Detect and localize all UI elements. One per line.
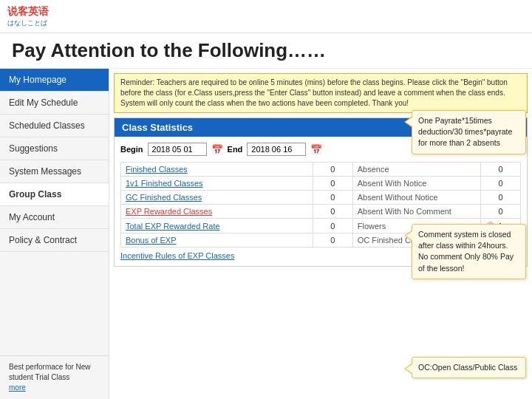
absent-no-comment-value: 0 bbox=[480, 205, 520, 219]
sidebar: My Homepage Edit My Schedule Scheduled C… bbox=[0, 69, 109, 399]
header: 说客英语 はなしことば bbox=[0, 0, 532, 33]
logo-sub: はなしことば bbox=[7, 18, 49, 28]
total-exp-rate-label[interactable]: Total EXP Rewarded Rate bbox=[121, 219, 313, 233]
absence-value: 0 bbox=[480, 163, 520, 177]
callout-payrate: One Payrate*15times deduction/30 times*p… bbox=[412, 110, 526, 154]
absent-with-notice-label: Absent With Notice bbox=[352, 177, 480, 191]
exp-rewarded-value: 0 bbox=[313, 205, 352, 219]
gc-finished-label[interactable]: GC Finished Classes bbox=[121, 191, 313, 205]
table-row: EXP Rewarded Classes 0 Absent With No Co… bbox=[121, 205, 521, 219]
sidebar-item-scheduled-classes[interactable]: Scheduled Classes bbox=[0, 115, 109, 137]
1v1-finished-value: 0 bbox=[313, 177, 352, 191]
bonus-exp-label[interactable]: Bonus of EXP bbox=[121, 233, 313, 248]
page-title: Pay Attention to the Following…… bbox=[0, 33, 532, 69]
finished-classes-label[interactable]: Finished Classes bbox=[121, 163, 313, 177]
begin-date-input[interactable] bbox=[148, 143, 207, 156]
sidebar-item-policy-contract[interactable]: Policy & Contract bbox=[0, 229, 109, 252]
bonus-exp-value: 0 bbox=[313, 233, 352, 248]
absence-label: Absence bbox=[352, 163, 480, 177]
end-calendar-icon[interactable]: 📅 bbox=[310, 144, 322, 155]
callout-oc: OC:Open Class/Public Class bbox=[412, 357, 526, 378]
finished-classes-value: 0 bbox=[313, 163, 352, 177]
table-row: 1v1 Finished Classes 0 Absent With Notic… bbox=[121, 177, 521, 191]
begin-calendar-icon[interactable]: 📅 bbox=[211, 144, 223, 155]
exp-rewarded-label[interactable]: EXP Rewarded Classes bbox=[121, 205, 313, 219]
main-layout: My Homepage Edit My Schedule Scheduled C… bbox=[0, 69, 532, 399]
logo: 说客英语 はなしことば bbox=[7, 5, 49, 28]
reminder-box: Reminder: Teachers are required to be on… bbox=[114, 73, 528, 113]
sidebar-bottom: Best performace for New student Trial Cl… bbox=[0, 355, 109, 399]
sidebar-item-group-class[interactable]: Group Class bbox=[0, 183, 109, 206]
sidebar-item-my-account[interactable]: My Account bbox=[0, 206, 109, 229]
absent-without-notice-value: 0 bbox=[480, 191, 520, 205]
end-label: End bbox=[228, 145, 243, 154]
logo-main: 说客英语 bbox=[7, 5, 49, 18]
content-area: Reminder: Teachers are required to be on… bbox=[109, 69, 532, 399]
gc-finished-value: 0 bbox=[313, 191, 352, 205]
absent-without-notice-label: Absent Without Notice bbox=[352, 191, 480, 205]
callout-comment: Comment system is closed after class wit… bbox=[412, 224, 526, 279]
total-exp-rate-value: 0 bbox=[313, 219, 352, 233]
sidebar-bottom-text: Best performace for New student Trial Cl… bbox=[9, 362, 100, 393]
sidebar-item-edit-schedule[interactable]: Edit My Schedule bbox=[0, 92, 109, 115]
absent-with-notice-value: 0 bbox=[480, 177, 520, 191]
sidebar-item-my-homepage[interactable]: My Homepage bbox=[0, 69, 109, 92]
sidebar-item-system-messages[interactable]: System Messages bbox=[0, 160, 109, 183]
absent-no-comment-label: Absent With No Comment bbox=[352, 205, 480, 219]
table-row: GC Finished Classes 0 Absent Without Not… bbox=[121, 191, 521, 205]
more-link[interactable]: more bbox=[9, 383, 26, 392]
sidebar-item-suggestions[interactable]: Suggestions bbox=[0, 137, 109, 160]
1v1-finished-label[interactable]: 1v1 Finished Classes bbox=[121, 177, 313, 191]
table-row: Finished Classes 0 Absence 0 bbox=[121, 163, 521, 177]
begin-label: Begin bbox=[120, 145, 143, 154]
end-date-input[interactable] bbox=[247, 143, 306, 156]
